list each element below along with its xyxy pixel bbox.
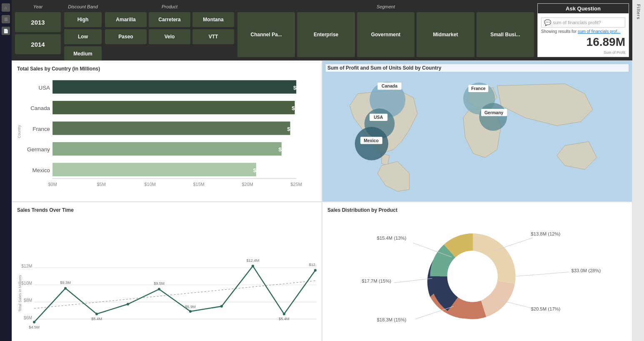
bar-chart-panel: Total Sales by Country (in Millions) Cou… — [12, 60, 322, 202]
svg-rect-9 — [52, 142, 282, 155]
year-filter-group: Year 2013 2014 — [15, 3, 61, 57]
svg-text:$12.0M: $12.0M — [309, 263, 317, 267]
svg-point-66 — [314, 269, 317, 271]
svg-rect-12 — [52, 163, 256, 176]
year-2014-button[interactable]: 2014 — [15, 34, 61, 54]
chat-icon: 💬 — [544, 19, 551, 26]
product-amarilla-button[interactable]: Amarilla — [105, 12, 147, 27]
svg-text:$24.4M: $24.4M — [287, 126, 306, 132]
product-carretera-button[interactable]: Carretera — [149, 12, 190, 27]
svg-point-65 — [283, 313, 285, 315]
product-filter-group: Product Amarilla Carretera Montana Paseo… — [105, 3, 234, 57]
svg-text:$13.8M (12%): $13.8M (12%) — [531, 231, 560, 236]
svg-text:$8M: $8M — [24, 298, 32, 303]
year-2013-button[interactable]: 2013 — [15, 12, 61, 32]
svg-text:Germany: Germany — [27, 146, 50, 153]
svg-point-57 — [33, 321, 35, 323]
segment-midmarket-button[interactable]: Midmarket — [417, 12, 474, 57]
ask-question-sublabel: Sum of Profit — [541, 50, 625, 55]
svg-point-36 — [479, 103, 507, 131]
svg-rect-6 — [52, 122, 290, 135]
discount-filter-group: Discount Band High Low Medium — [64, 3, 102, 57]
product-montana-button[interactable]: Montana — [192, 12, 234, 27]
svg-text:Total Sales in Millions: Total Sales in Millions — [18, 275, 22, 312]
ask-question-panel: Ask Question 💬 sum of financials profit?… — [537, 3, 629, 57]
svg-text:Germany: Germany — [484, 110, 504, 115]
map-container: Canada USA Mexico France — [326, 75, 629, 196]
filter-bar: Year 2013 2014 Discount Band High Low Me… — [12, 0, 632, 60]
charts-area: Total Sales by Country (in Millions) Cou… — [12, 60, 632, 341]
product-paseo-button[interactable]: Paseo — [105, 29, 147, 44]
home-icon[interactable]: ⌂ — [2, 3, 10, 12]
segment-filter-group: Segment Channel Pa... Enterprise Governm… — [237, 3, 534, 57]
bar-chart-y-axis-label: Country — [17, 75, 21, 189]
discount-medium-button[interactable]: Medium — [64, 46, 102, 61]
svg-text:USA: USA — [374, 115, 383, 120]
svg-text:$12.4M: $12.4M — [247, 258, 260, 262]
year-label: Year — [15, 3, 61, 10]
svg-text:$18.3M (15%): $18.3M (15%) — [377, 317, 407, 322]
svg-text:$5.4M: $5.4M — [91, 316, 102, 321]
svg-point-63 — [220, 305, 223, 307]
line-chart-svg: $6M $8M $10M $12M Total Sales in Million… — [17, 216, 317, 336]
svg-text:$5M: $5M — [97, 182, 105, 187]
product-velo-button[interactable]: Velo — [149, 29, 190, 44]
svg-text:$17.7M (15%): $17.7M (15%) — [362, 278, 391, 283]
svg-text:France: France — [471, 86, 486, 91]
svg-point-67 — [448, 251, 498, 301]
svg-text:USA: USA — [39, 85, 50, 91]
ask-question-value: 16.89M — [541, 35, 625, 49]
line-chart-panel: Sales Trends Over Time $6M $8M $10M $12M… — [12, 202, 322, 341]
product-label: Product — [105, 3, 234, 10]
svg-text:$24.9M: $24.9M — [292, 105, 310, 111]
svg-point-62 — [189, 310, 192, 313]
svg-point-61 — [158, 288, 160, 290]
svg-line-78 — [394, 278, 432, 283]
discount-low-button[interactable]: Low — [64, 29, 102, 44]
svg-text:$6M: $6M — [24, 315, 32, 320]
ask-question-input-display[interactable]: 💬 sum of financials profit? — [541, 18, 625, 28]
ask-question-title: Ask Question — [538, 4, 629, 13]
svg-text:$4.5M: $4.5M — [29, 325, 40, 329]
svg-text:$15M: $15M — [193, 182, 204, 187]
svg-text:$9.3M: $9.3M — [60, 281, 71, 285]
svg-point-59 — [95, 313, 98, 315]
donut-chart-svg: $13.8M (12%) $33.0M (28%) $20.5M (17%) $… — [327, 216, 627, 336]
ask-question-placeholder: sum of financials profit? — [553, 20, 601, 25]
left-sidebar: ⌂ ☰ 📄 — [0, 0, 12, 341]
segment-enterprise-button[interactable]: Enterprise — [297, 12, 354, 57]
svg-text:$12M: $12M — [21, 264, 32, 268]
right-filter-panel: Filters — [632, 0, 644, 341]
svg-text:Mexico: Mexico — [32, 167, 50, 173]
svg-text:Mexico: Mexico — [364, 138, 379, 143]
svg-text:$25.0M: $25.0M — [293, 85, 312, 91]
product-vtt-button[interactable]: VTT — [192, 29, 234, 44]
svg-text:$20.9M: $20.9M — [253, 167, 272, 173]
page-icon[interactable]: 📄 — [2, 27, 10, 35]
bookmark-icon[interactable]: ☰ — [2, 15, 10, 23]
segment-smallbusi-button[interactable]: Small Busi... — [477, 12, 534, 57]
svg-text:$10M: $10M — [21, 281, 32, 286]
svg-line-75 — [516, 272, 569, 276]
svg-point-60 — [127, 303, 129, 305]
ask-question-showing: Showing results for sum of financials pr… — [541, 29, 625, 34]
segment-label: Segment — [237, 3, 534, 10]
bar-chart-title: Total Sales by Country (in Millions) — [17, 66, 317, 72]
svg-text:Canada: Canada — [30, 105, 50, 111]
segment-government-button[interactable]: Government — [357, 12, 414, 57]
svg-rect-0 — [52, 80, 296, 93]
svg-point-58 — [64, 287, 67, 289]
map-chart-title: Sum of Profit and Sum of Units Sold by C… — [326, 64, 629, 72]
svg-text:$0M: $0M — [48, 182, 57, 187]
map-svg: Canada USA Mexico France — [326, 75, 629, 196]
svg-text:$10M: $10M — [144, 182, 155, 187]
ask-question-link[interactable]: sum of financials prof... — [578, 29, 621, 34]
bar-chart-svg: $25.0M USA $24.9M Canada $24.4M France — [22, 75, 317, 189]
filters-label[interactable]: Filters — [636, 4, 641, 20]
svg-text:$5.9M: $5.9M — [185, 304, 196, 308]
discount-label: Discount Band — [64, 3, 102, 10]
segment-channel-button[interactable]: Channel Pa... — [237, 12, 295, 57]
discount-high-button[interactable]: High — [64, 12, 102, 27]
svg-text:France: France — [32, 126, 50, 132]
line-chart-title: Sales Trends Over Time — [17, 207, 317, 213]
